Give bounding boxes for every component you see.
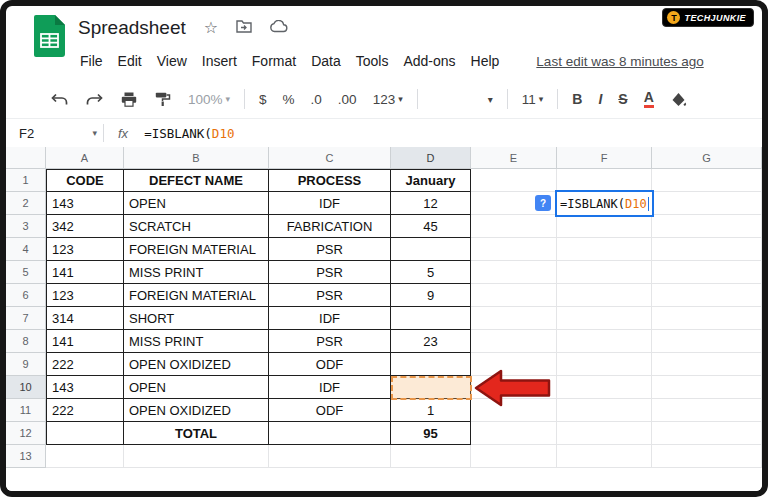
cloud-saved-icon[interactable]	[270, 20, 288, 36]
cell-E1[interactable]	[471, 169, 557, 192]
cell-B10[interactable]: OPEN	[124, 376, 269, 399]
cell-F11[interactable]	[557, 399, 652, 422]
cell-D11[interactable]: 1	[391, 399, 471, 422]
cell-F4[interactable]	[557, 238, 652, 261]
column-header-F[interactable]: F	[557, 147, 652, 169]
cell-F7[interactable]	[557, 307, 652, 330]
increase-decimal-button[interactable]: .00	[338, 92, 357, 107]
column-header-B[interactable]: B	[124, 147, 269, 169]
cell-E12[interactable]	[471, 422, 557, 445]
cell-C6[interactable]: PSR	[269, 284, 391, 307]
row-header-13[interactable]: 13	[6, 445, 46, 468]
cell-G8[interactable]	[652, 330, 762, 353]
row-header-6[interactable]: 6	[6, 284, 46, 307]
cell-A8[interactable]: 141	[46, 330, 124, 353]
cell-B5[interactable]: MISS PRINT	[124, 261, 269, 284]
row-header-8[interactable]: 8	[6, 330, 46, 353]
cell-B7[interactable]: SHORT	[124, 307, 269, 330]
redo-button[interactable]	[86, 93, 103, 106]
cell-F5[interactable]	[557, 261, 652, 284]
cell-A1[interactable]: CODE	[46, 169, 124, 192]
cell-G6[interactable]	[652, 284, 762, 307]
cell-C4[interactable]: PSR	[269, 238, 391, 261]
cell-G11[interactable]	[652, 399, 762, 422]
cell-E13[interactable]	[471, 445, 557, 468]
font-size-dropdown[interactable]: 11	[522, 92, 544, 107]
cell-G2[interactable]	[652, 192, 762, 215]
cell-F3[interactable]	[557, 215, 652, 238]
column-header-E[interactable]: E	[471, 147, 557, 169]
cell-D8[interactable]: 23	[391, 330, 471, 353]
cell-D4[interactable]	[391, 238, 471, 261]
fill-color-button[interactable]	[671, 92, 687, 107]
row-header-1[interactable]: 1	[6, 169, 46, 192]
last-edit-link[interactable]: Last edit was 8 minutes ago	[536, 54, 703, 69]
cell-C13[interactable]	[269, 445, 391, 468]
row-header-3[interactable]: 3	[6, 215, 46, 238]
cell-G7[interactable]	[652, 307, 762, 330]
cell-C10[interactable]: IDF	[269, 376, 391, 399]
cell-G4[interactable]	[652, 238, 762, 261]
referenced-cell-highlight-D10[interactable]	[391, 376, 472, 400]
cell-D13[interactable]	[391, 445, 471, 468]
cell-B3[interactable]: SCRATCH	[124, 215, 269, 238]
cell-E6[interactable]	[471, 284, 557, 307]
column-header-A[interactable]: A	[46, 147, 124, 169]
cell-B4[interactable]: FOREIGN MATERIAL	[124, 238, 269, 261]
cell-F10[interactable]	[557, 376, 652, 399]
cell-A12[interactable]	[46, 422, 124, 445]
move-to-folder-icon[interactable]	[236, 20, 252, 36]
cell-G1[interactable]	[652, 169, 762, 192]
decrease-decimal-button[interactable]: .0	[311, 92, 322, 107]
cell-A9[interactable]: 222	[46, 353, 124, 376]
formula-input[interactable]: =ISBLANK(D10	[144, 126, 234, 141]
font-family-dropdown[interactable]	[488, 94, 493, 105]
cell-G13[interactable]	[652, 445, 762, 468]
cell-A11[interactable]: 222	[46, 399, 124, 422]
cell-F12[interactable]	[557, 422, 652, 445]
cell-D1[interactable]: January	[391, 169, 471, 192]
cell-A4[interactable]: 123	[46, 238, 124, 261]
text-color-button[interactable]: A	[644, 90, 654, 108]
column-header-C[interactable]: C	[269, 147, 391, 169]
cell-B12[interactable]: TOTAL	[124, 422, 269, 445]
cell-B1[interactable]: DEFECT NAME	[124, 169, 269, 192]
cell-D9[interactable]	[391, 353, 471, 376]
column-header-D[interactable]: D	[391, 147, 471, 169]
cell-G5[interactable]	[652, 261, 762, 284]
cell-C7[interactable]: IDF	[269, 307, 391, 330]
cell-G3[interactable]	[652, 215, 762, 238]
format-currency-button[interactable]: $	[259, 92, 267, 107]
row-header-10[interactable]: 10	[6, 376, 46, 399]
row-header-2[interactable]: 2	[6, 192, 46, 215]
print-button[interactable]	[121, 92, 137, 107]
menu-item-file[interactable]: File	[80, 53, 103, 69]
cell-editor-F2[interactable]: =ISBLANK(D10	[555, 190, 654, 217]
cell-D2[interactable]: 12	[391, 192, 471, 215]
column-header-G[interactable]: G	[652, 147, 762, 169]
cell-C9[interactable]: ODF	[269, 353, 391, 376]
cell-A13[interactable]	[46, 445, 124, 468]
row-header-5[interactable]: 5	[6, 261, 46, 284]
cell-A2[interactable]: 143	[46, 192, 124, 215]
cell-E3[interactable]	[471, 215, 557, 238]
menu-item-format[interactable]: Format	[252, 53, 296, 69]
cell-A7[interactable]: 314	[46, 307, 124, 330]
cell-C3[interactable]: FABRICATION	[269, 215, 391, 238]
menu-item-edit[interactable]: Edit	[118, 53, 142, 69]
row-header-7[interactable]: 7	[6, 307, 46, 330]
cell-F9[interactable]	[557, 353, 652, 376]
name-box-caret-icon[interactable]: ▾	[92, 128, 97, 138]
cell-D3[interactable]: 45	[391, 215, 471, 238]
format-percent-button[interactable]: %	[283, 92, 295, 107]
cell-E7[interactable]	[471, 307, 557, 330]
menu-item-help[interactable]: Help	[471, 53, 500, 69]
cell-F1[interactable]	[557, 169, 652, 192]
menu-item-insert[interactable]: Insert	[202, 53, 237, 69]
cell-B9[interactable]: OPEN OXIDIZED	[124, 353, 269, 376]
menu-item-add-ons[interactable]: Add-ons	[403, 53, 455, 69]
row-header-11[interactable]: 11	[6, 399, 46, 422]
cell-C5[interactable]: PSR	[269, 261, 391, 284]
formula-help-badge[interactable]: ?	[535, 195, 551, 211]
cell-F13[interactable]	[557, 445, 652, 468]
